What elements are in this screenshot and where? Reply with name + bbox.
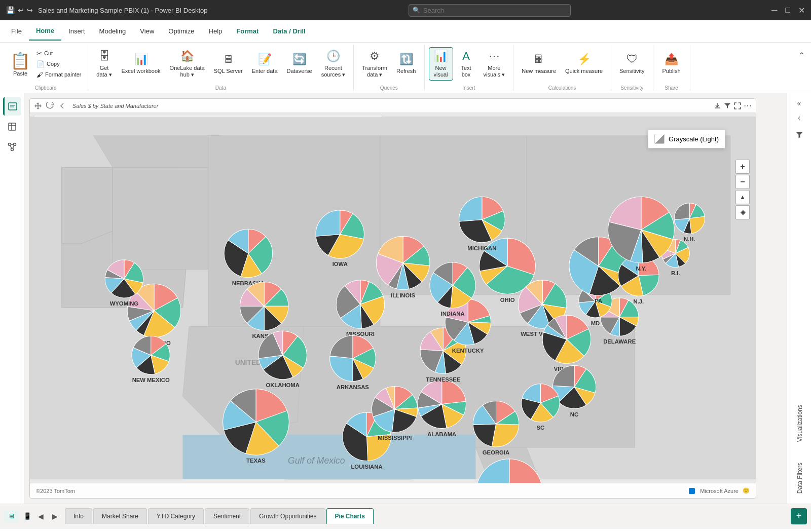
ribbon-collapse-button[interactable]: ⌃ bbox=[796, 49, 807, 62]
enter-data-button[interactable]: 📝 Enter data bbox=[248, 51, 282, 77]
search-input[interactable] bbox=[409, 4, 571, 17]
menu-modeling[interactable]: Modeling bbox=[92, 22, 133, 40]
more-visuals-button[interactable]: ⋯ Morevisuals ▾ bbox=[480, 48, 509, 80]
smiley-icon[interactable]: 🙂 bbox=[743, 487, 750, 494]
paste-button[interactable]: 📋 Paste bbox=[8, 49, 32, 79]
svg-rect-0 bbox=[9, 103, 17, 110]
save-icon[interactable]: 💾 bbox=[6, 6, 15, 14]
svg-point-8 bbox=[11, 148, 13, 151]
data-group: 🗄 Getdata ▾ 📊 Excel workbook 🏠 OneLake d… bbox=[88, 45, 354, 91]
sql-label: SQL Server bbox=[214, 68, 243, 74]
maximize-btn[interactable]: □ bbox=[785, 6, 790, 15]
sensitivity-icon: 🛡 bbox=[626, 53, 638, 66]
menu-format[interactable]: Format bbox=[229, 22, 266, 40]
prev-page-button[interactable]: ◀ bbox=[34, 510, 47, 522]
menu-home[interactable]: Home bbox=[29, 22, 61, 41]
svg-text:NEW MEXICO: NEW MEXICO bbox=[132, 377, 170, 383]
menu-file[interactable]: File bbox=[4, 22, 29, 40]
transform-data-button[interactable]: ⚙ Transformdata ▾ bbox=[358, 48, 391, 80]
window-title: Sales and Marketing Sample PBIX (1) - Po… bbox=[38, 7, 208, 14]
close-btn[interactable]: ✕ bbox=[798, 6, 805, 15]
svg-line-10 bbox=[10, 145, 12, 148]
sensitivity-group-label: Sensitivity bbox=[615, 83, 649, 91]
refresh-button[interactable]: 🔃 Refresh bbox=[392, 51, 420, 77]
get-data-button[interactable]: 🗄 Getdata ▾ bbox=[92, 48, 117, 80]
menu-insert[interactable]: Insert bbox=[61, 22, 92, 40]
sidebar-data-icon[interactable] bbox=[3, 118, 21, 136]
sidebar-report-icon[interactable] bbox=[3, 97, 21, 116]
page-tab-pie-charts[interactable]: Pie Charts bbox=[326, 508, 374, 524]
onelake-hub-button[interactable]: 🏠 OneLake datahub ▾ bbox=[166, 48, 209, 80]
filter-icon[interactable] bbox=[723, 102, 731, 110]
page-tab-info[interactable]: Info bbox=[65, 508, 92, 524]
excel-workbook-button[interactable]: 📊 Excel workbook bbox=[118, 51, 165, 77]
minimize-btn[interactable]: ─ bbox=[771, 6, 777, 15]
format-painter-button[interactable]: 🖌 Format painter bbox=[34, 70, 84, 80]
sql-server-button[interactable]: 🖥 SQL Server bbox=[210, 51, 247, 77]
left-sidebar bbox=[0, 93, 24, 504]
desktop-view-button[interactable]: 🖥 bbox=[4, 510, 18, 522]
svg-rect-45 bbox=[689, 488, 695, 494]
map-toolbar: Sales $ by State and Manufacturer ⋯ bbox=[30, 99, 756, 113]
page-tab-sentiment[interactable]: Sentiment bbox=[205, 508, 249, 524]
collapse-left-arrow[interactable]: « bbox=[795, 97, 803, 109]
cut-icon: ✂ bbox=[36, 50, 42, 57]
compass-button[interactable]: ◈ bbox=[735, 205, 750, 219]
menu-data-drill[interactable]: Data / Drill bbox=[266, 22, 312, 40]
svg-text:N.Y.: N.Y. bbox=[636, 265, 647, 272]
new-measure-button[interactable]: 🖩 New measure bbox=[518, 51, 560, 77]
sidebar-model-icon[interactable] bbox=[3, 138, 21, 156]
phone-view-button[interactable]: 📱 bbox=[20, 510, 34, 522]
recent-sources-button[interactable]: 🕒 Recentsources ▾ bbox=[317, 48, 350, 80]
svg-line-11 bbox=[13, 145, 14, 148]
data-group-label: Data bbox=[92, 83, 350, 91]
zoom-out-button[interactable]: − bbox=[735, 175, 750, 189]
grayscale-tooltip: Grayscale (Light) bbox=[648, 129, 725, 148]
right-panel: « ‹ Visualizations Data Filters bbox=[787, 93, 811, 504]
copy-button[interactable]: 📄 Copy bbox=[34, 59, 84, 69]
excel-label: Excel workbook bbox=[122, 68, 161, 74]
map-zoom-controls: + − ▲ ◈ bbox=[735, 160, 750, 219]
page-tabs: InfoMarket ShareYTD CategorySentimentGro… bbox=[65, 508, 789, 524]
publish-button[interactable]: 📤 Publish bbox=[657, 51, 686, 77]
reset-north-button[interactable]: ▲ bbox=[735, 190, 750, 204]
page-tab-growth-opportunities[interactable]: Growth Opportunities bbox=[250, 508, 325, 524]
share-group-label: Share bbox=[657, 83, 686, 91]
quick-measure-button[interactable]: ⚡ Quick measure bbox=[561, 51, 607, 77]
visualizations-tab[interactable]: Visualizations bbox=[792, 399, 806, 448]
us-map-svg: Gulf of Mexico UNITED STATES MICHIGAN CO… bbox=[30, 113, 756, 483]
page-tab-market-share[interactable]: Market Share bbox=[93, 508, 147, 524]
svg-text:ARKANSAS: ARKANSAS bbox=[337, 384, 369, 390]
sensitivity-button[interactable]: 🛡 Sensitivity bbox=[615, 51, 649, 77]
map-footer: ©2023 TomTom Microsoft Azure 🙂 bbox=[30, 483, 756, 498]
calculations-group-label: Calculations bbox=[518, 83, 607, 91]
svg-text:GEORGIA: GEORGIA bbox=[483, 449, 509, 455]
map-title: Sales $ by State and Manufacturer bbox=[72, 103, 158, 109]
dataverse-button[interactable]: 🔄 Dataverse bbox=[283, 51, 316, 77]
next-page-button[interactable]: ▶ bbox=[49, 510, 61, 522]
publish-label: Publish bbox=[662, 68, 681, 74]
cut-button[interactable]: ✂ Cut bbox=[34, 49, 84, 58]
more-options-icon[interactable]: ⋯ bbox=[744, 101, 752, 110]
menu-optimize[interactable]: Optimize bbox=[161, 22, 201, 40]
svg-point-6 bbox=[8, 143, 11, 146]
download-icon[interactable] bbox=[713, 102, 721, 110]
focus-icon[interactable] bbox=[733, 102, 742, 110]
page-tab-ytd-category[interactable]: YTD Category bbox=[148, 508, 204, 524]
menu-view[interactable]: View bbox=[133, 22, 161, 40]
zoom-in-button[interactable]: + bbox=[735, 160, 750, 174]
map-visual[interactable]: Sales $ by State and Manufacturer ⋯ Manu… bbox=[29, 98, 756, 499]
menu-help[interactable]: Help bbox=[202, 22, 230, 40]
add-page-button[interactable]: + bbox=[791, 508, 807, 524]
text-box-button[interactable]: A Textbox bbox=[454, 48, 478, 80]
search-icon: 🔍 bbox=[413, 7, 420, 14]
redo-icon[interactable]: ↪ bbox=[27, 6, 33, 14]
undo-icon[interactable]: ↩ bbox=[18, 6, 24, 14]
insert-group: 📊 Newvisual A Textbox ⋯ Morevisuals ▾ In… bbox=[425, 45, 514, 91]
get-data-icon: 🗄 bbox=[99, 50, 110, 63]
queries-group: ⚙ Transformdata ▾ 🔃 Refresh Queries bbox=[354, 45, 424, 91]
data-filters-tab[interactable]: Data Filters bbox=[792, 457, 806, 500]
new-visual-button[interactable]: 📊 Newvisual bbox=[429, 47, 453, 81]
svg-text:R.I.: R.I. bbox=[671, 270, 680, 276]
collapse-arrow[interactable]: ‹ bbox=[796, 111, 802, 124]
